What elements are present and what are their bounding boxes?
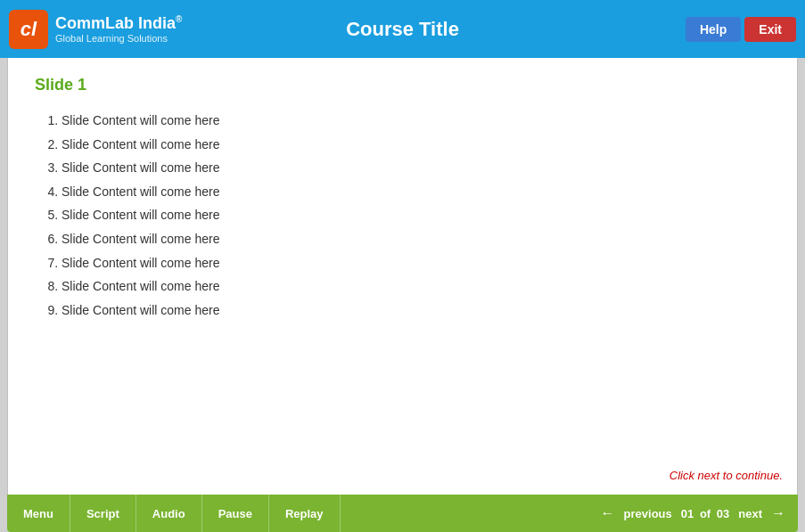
list-item: Slide Content will come here — [62, 156, 770, 180]
next-arrow[interactable]: → — [771, 505, 785, 521]
header-buttons: Help Exit — [686, 17, 796, 42]
list-item: Slide Content will come here — [62, 251, 770, 275]
course-title: Course Title — [346, 18, 459, 41]
help-button[interactable]: Help — [686, 17, 741, 42]
replay-button[interactable]: Replay — [269, 495, 341, 532]
pause-button[interactable]: Pause — [202, 495, 269, 532]
list-item: Slide Content will come here — [62, 133, 770, 157]
list-item: Slide Content will come here — [62, 109, 770, 133]
logo-tagline: Global Learning Solutions — [55, 33, 182, 44]
previous-arrow[interactable]: ← — [601, 505, 615, 521]
previous-label[interactable]: previous — [624, 507, 672, 520]
logo-icon: cl — [9, 10, 48, 49]
slide-content-area: Slide 1 Slide Content will come hereSlid… — [7, 58, 798, 495]
list-item: Slide Content will come here — [62, 203, 770, 227]
logo-name: CommLab India® — [55, 14, 182, 34]
page-info: 01 of 03 — [681, 507, 729, 520]
footer-left: Menu Script Audio Pause Replay — [7, 495, 341, 532]
logo-text: CommLab India® Global Learning Solutions — [55, 14, 182, 45]
script-button[interactable]: Script — [70, 495, 136, 532]
list-item: Slide Content will come here — [62, 180, 770, 204]
header: cl CommLab India® Global Learning Soluti… — [0, 0, 805, 58]
logo-area: cl CommLab India® Global Learning Soluti… — [9, 10, 182, 49]
footer-nav: Menu Script Audio Pause Replay ← previou… — [7, 495, 798, 532]
audio-button[interactable]: Audio — [136, 495, 202, 532]
app-container: cl CommLab India® Global Learning Soluti… — [0, 0, 805, 532]
slide-list: Slide Content will come hereSlide Conten… — [35, 109, 770, 322]
list-item: Slide Content will come here — [62, 274, 770, 299]
list-item: Slide Content will come here — [62, 227, 770, 251]
slide-title: Slide 1 — [35, 76, 770, 94]
next-label[interactable]: next — [738, 507, 762, 520]
footer-right: ← previous 01 of 03 next → — [601, 505, 798, 521]
list-item: Slide Content will come here — [62, 299, 770, 323]
menu-button[interactable]: Menu — [7, 495, 70, 532]
exit-button[interactable]: Exit — [744, 17, 796, 42]
continue-text: Click next to continue. — [669, 469, 783, 482]
